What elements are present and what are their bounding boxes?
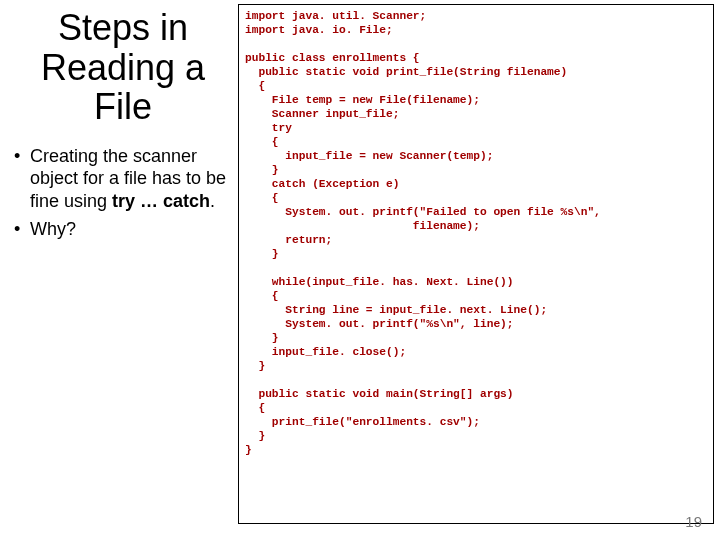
code-block: import java. util. Scanner; import java.… xyxy=(238,4,714,524)
bullet-text-pre: Why? xyxy=(30,219,76,239)
bullet-list: Creating the scanner object for a file h… xyxy=(14,145,232,241)
left-column: Steps in Reading a File Creating the sca… xyxy=(0,0,238,540)
page-number: 19 xyxy=(685,513,702,530)
list-item: Creating the scanner object for a file h… xyxy=(14,145,232,213)
bullet-text-post: . xyxy=(210,191,215,211)
slide-title: Steps in Reading a File xyxy=(14,8,232,145)
right-column: import java. util. Scanner; import java.… xyxy=(238,0,720,540)
bullet-text-bold: try … catch xyxy=(112,191,210,211)
list-item: Why? xyxy=(14,218,232,241)
slide: Steps in Reading a File Creating the sca… xyxy=(0,0,720,540)
